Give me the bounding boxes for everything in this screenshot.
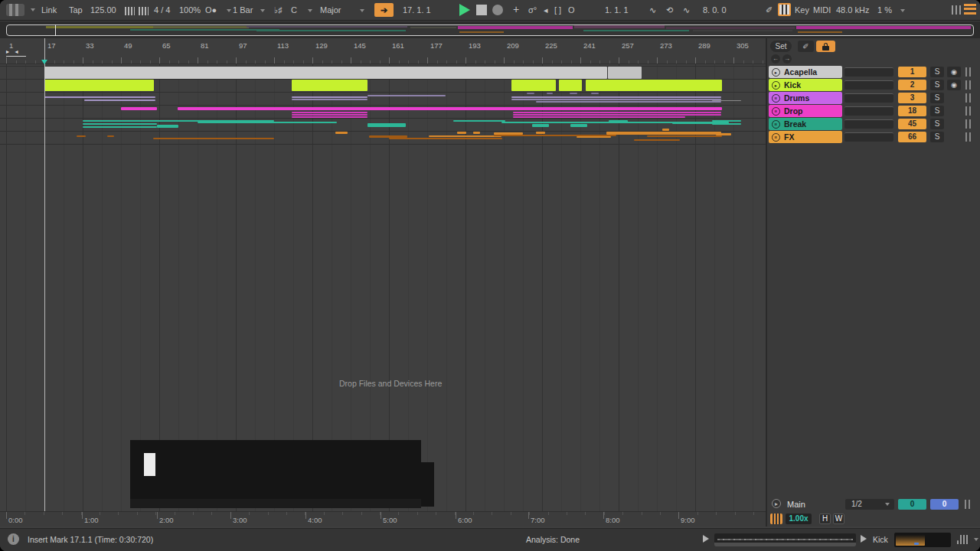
clip[interactable] [389,138,502,139]
unfold-play-icon[interactable]: ▸ [772,68,780,77]
record-button[interactable] [492,5,503,15]
clip[interactable] [44,96,155,98]
quantize-menu[interactable]: 1 Bar [233,5,253,15]
clip[interactable] [178,107,722,110]
preview-waveform[interactable] [714,533,856,546]
hamburger-menu-icon[interactable] [964,4,976,15]
clip[interactable] [292,96,368,98]
clip[interactable] [83,126,157,128]
track-arm-button[interactable]: ◉ [947,67,961,77]
tap-tempo-button[interactable]: Tap [69,5,83,15]
midi-map-button[interactable]: MIDI [813,5,831,15]
punch-in-icon[interactable]: ∿ [649,5,656,15]
cpu-load-field[interactable]: 1 % [877,5,892,15]
follow-button[interactable]: ➔ [374,3,394,17]
clip[interactable] [511,80,556,91]
clip[interactable] [634,139,680,141]
nudge-up-icon[interactable] [139,5,152,15]
level-bars-icon[interactable] [957,535,968,544]
play-button[interactable] [459,4,470,16]
automation-arm-icon[interactable]: σ° [528,5,537,15]
track-number-box[interactable]: 45 [898,119,926,129]
metronome-icon[interactable]: O● [205,5,217,15]
track-solo-button[interactable]: S [930,119,944,129]
clip[interactable] [292,80,368,91]
clip[interactable] [198,122,337,123]
clip[interactable] [570,124,587,127]
track-fader[interactable] [844,93,893,103]
clip[interactable] [501,122,685,123]
clip[interactable] [107,135,114,137]
back-arrow-button[interactable]: ← [771,54,780,64]
clip[interactable] [292,112,368,113]
time-signature-field[interactable]: 4 / 4 [154,5,170,15]
track-solo-button[interactable]: S [930,93,944,103]
clip[interactable] [84,99,155,101]
preview-play-icon[interactable] [703,535,709,543]
clip[interactable] [547,93,553,94]
clip[interactable] [368,95,446,96]
reenable-automation-icon[interactable]: ◂ [544,5,548,15]
track-name-box[interactable]: ▸Acapella [769,66,842,78]
clip[interactable] [157,125,178,128]
track-fader[interactable] [844,119,893,129]
clip[interactable] [536,132,545,134]
arrangement-position-field[interactable]: 17. 1. 1 [403,5,431,15]
track-name-box[interactable]: ≡Break [769,118,842,130]
loop-switch-icon[interactable]: ⟲ [666,5,673,15]
track-fader[interactable] [844,106,893,116]
scale-root-menu[interactable]: C [291,5,297,15]
bar-ruler[interactable]: 1173349658197113129145161177193209225241… [0,38,766,64]
clip[interactable] [577,136,611,138]
track-name-box[interactable]: ≡Drop [769,105,842,117]
clip[interactable] [453,120,505,122]
clip[interactable] [647,135,722,137]
clip[interactable] [559,80,582,91]
clip[interactable] [712,120,741,122]
track-name-box[interactable]: ≡FX [769,131,842,143]
clip-waveform-thumbnail[interactable] [894,533,951,547]
track-number-box[interactable]: 18 [898,106,926,116]
scale-name-menu[interactable]: Major [320,5,341,15]
draw-mode-icon[interactable]: ✐ [766,5,773,15]
clip[interactable] [457,132,466,134]
clip[interactable] [712,100,741,101]
set-button[interactable]: Set [770,41,792,52]
clip[interactable] [368,123,406,127]
arrangement-lanes[interactable]: Drop Files and Devices Here 8/1 [0,64,766,511]
playback-speed-value[interactable]: 1.00x [786,514,812,524]
clip[interactable] [429,135,501,137]
clip[interactable] [662,129,669,131]
lock-button[interactable] [816,41,835,52]
loop-start-field[interactable]: 1. 1. 1 [605,5,629,15]
clip[interactable] [586,80,722,91]
new-button[interactable]: + [513,3,519,15]
track-fader[interactable] [844,132,893,142]
group-lines-icon[interactable]: ≡ [772,133,780,142]
level-caret-icon[interactable] [974,538,978,541]
insert-marker-top-icon[interactable] [41,60,47,64]
loop-start-end-markers[interactable]: ▸ ◂ [6,47,26,57]
clip[interactable] [609,120,628,123]
clip[interactable] [292,99,368,100]
clip[interactable] [513,114,721,116]
pencil-button[interactable]: ✐ [798,41,814,52]
height-button[interactable]: H [819,514,831,524]
main-send-b-value[interactable]: 0 [930,499,959,510]
tempo-field[interactable]: 125.00 [90,5,116,15]
cpu-caret-icon[interactable] [900,9,905,12]
punch-out-icon[interactable]: ∿ [683,5,690,15]
track-fader[interactable] [844,80,893,90]
clip[interactable] [292,114,368,116]
main-send-a-value[interactable]: 0 [898,499,926,510]
clip[interactable] [606,132,721,135]
track-name-box[interactable]: ▸Kick [769,79,842,91]
clip[interactable] [608,67,642,79]
clip[interactable] [292,116,368,118]
loop-selection-icon[interactable]: [ ] [554,5,561,15]
quantize-caret-icon[interactable] [260,9,265,12]
track-number-box[interactable]: 66 [898,132,926,142]
track-solo-button[interactable]: S [930,80,944,90]
clip[interactable] [511,96,721,98]
clip[interactable] [513,112,721,113]
